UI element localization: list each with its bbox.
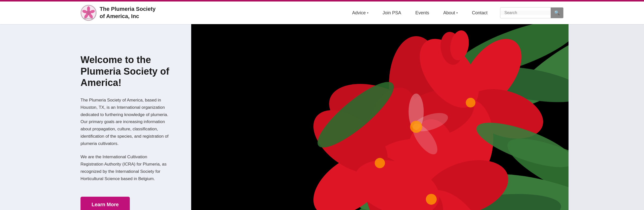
chevron-down-icon: ▾ [367, 11, 369, 15]
welcome-para-2: We are the International Cultivation Reg… [80, 153, 171, 183]
search-input[interactable] [500, 11, 551, 15]
nav-join-psa[interactable]: Join PSA [383, 10, 401, 16]
right-panel [569, 24, 644, 210]
nav-contact[interactable]: Contact [472, 10, 488, 16]
search-area: 🔍 [500, 7, 564, 18]
hero-image [191, 24, 569, 210]
logo-text: The Plumeria Society of America, Inc [100, 6, 156, 20]
learn-more-button[interactable]: Learn More [80, 197, 130, 210]
main-nav: Advice ▾ Join PSA Events About ▾ Contact [352, 10, 488, 16]
nav-advice[interactable]: Advice ▾ [352, 10, 369, 16]
main-content: Welcome to the Plumeria Society of Ameri… [0, 24, 644, 210]
logo-icon: Plumeria Society [80, 5, 97, 21]
search-icon: 🔍 [554, 10, 560, 16]
chevron-down-icon-about: ▾ [456, 11, 458, 15]
svg-point-45 [426, 194, 437, 205]
nav-events[interactable]: Events [415, 10, 429, 16]
welcome-title: Welcome to the Plumeria Society of Ameri… [80, 54, 171, 89]
svg-point-44 [375, 158, 385, 168]
svg-text:Plumeria Society: Plumeria Society [84, 18, 93, 19]
nav-about[interactable]: About ▾ [443, 10, 458, 16]
content-left: Welcome to the Plumeria Society of Ameri… [0, 24, 191, 210]
logo-area[interactable]: Plumeria Society The Plumeria Society of… [80, 5, 156, 21]
header: Plumeria Society The Plumeria Society of… [0, 2, 644, 24]
svg-point-2 [87, 6, 90, 11]
svg-point-42 [410, 121, 422, 133]
search-button[interactable]: 🔍 [551, 7, 563, 18]
svg-point-43 [466, 98, 475, 107]
flower-background [191, 24, 569, 210]
flower-svg [191, 24, 569, 210]
welcome-para-1: The Plumeria Society of America, based i… [80, 97, 171, 147]
